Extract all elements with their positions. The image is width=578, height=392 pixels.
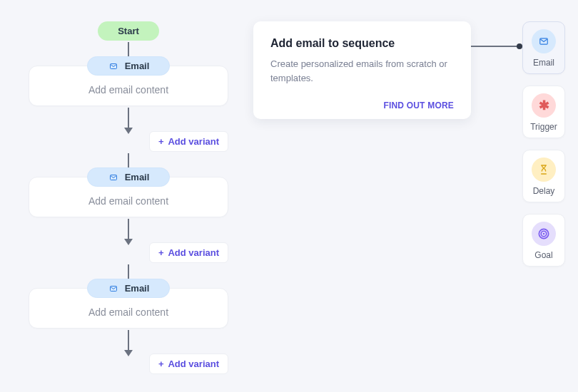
palette-item-delay[interactable]: Delay	[522, 150, 565, 202]
email-pill: Email	[87, 167, 171, 187]
email-pill: Email	[87, 279, 171, 298]
arrow-icon	[124, 330, 133, 356]
info-card: Add email to sequence Create personalize…	[253, 21, 471, 119]
add-variant-button[interactable]: + Add variant	[149, 131, 228, 152]
email-node-label: Email	[125, 283, 150, 294]
mail-icon	[108, 62, 119, 71]
add-variant-label: Add variant	[168, 359, 219, 369]
email-node-body: Add email content	[88, 195, 168, 207]
target-icon	[532, 222, 556, 246]
email-node-body: Add email content	[88, 84, 168, 96]
email-node-label: Email	[125, 172, 150, 182]
palette-item-trigger[interactable]: ✱ Trigger	[522, 86, 565, 138]
palette-label: Email	[533, 58, 554, 68]
mail-icon	[532, 29, 556, 53]
palette-item-email[interactable]: Email	[522, 21, 565, 74]
email-node[interactable]: Email Add email content	[29, 66, 228, 106]
palette-label: Trigger	[530, 122, 557, 132]
email-node-label: Email	[125, 61, 150, 71]
palette: Email ✱ Trigger Delay Goal	[522, 21, 565, 267]
arrow-icon	[124, 219, 133, 245]
connector-line	[471, 46, 519, 47]
mail-icon	[108, 173, 119, 182]
email-node[interactable]: Email Add email content	[29, 177, 228, 217]
email-pill: Email	[87, 56, 171, 76]
add-variant-label: Add variant	[168, 247, 219, 258]
add-variant-button[interactable]: + Add variant	[149, 242, 228, 263]
palette-label: Delay	[533, 186, 555, 196]
arrow-icon	[124, 108, 133, 134]
mail-icon	[108, 284, 119, 293]
plus-icon: +	[158, 359, 164, 369]
find-out-more-link[interactable]: FIND OUT MORE	[270, 100, 454, 110]
start-node[interactable]: Start	[98, 21, 159, 41]
email-node-body: Add email content	[88, 306, 168, 318]
add-variant-label: Add variant	[168, 136, 219, 147]
info-card-body: Create personalized emails from scratch …	[270, 57, 454, 85]
plus-icon: +	[158, 247, 164, 258]
info-card-title: Add email to sequence	[270, 37, 454, 50]
asterisk-icon: ✱	[532, 93, 556, 118]
palette-label: Goal	[534, 250, 552, 260]
plus-icon: +	[158, 136, 164, 147]
email-node[interactable]: Email Add email content	[29, 288, 228, 329]
flow-column: Start Email Add email content + Add vari…	[29, 21, 228, 374]
palette-item-goal[interactable]: Goal	[522, 214, 565, 267]
add-variant-button[interactable]: + Add variant	[149, 354, 228, 374]
hourglass-icon	[532, 158, 556, 182]
